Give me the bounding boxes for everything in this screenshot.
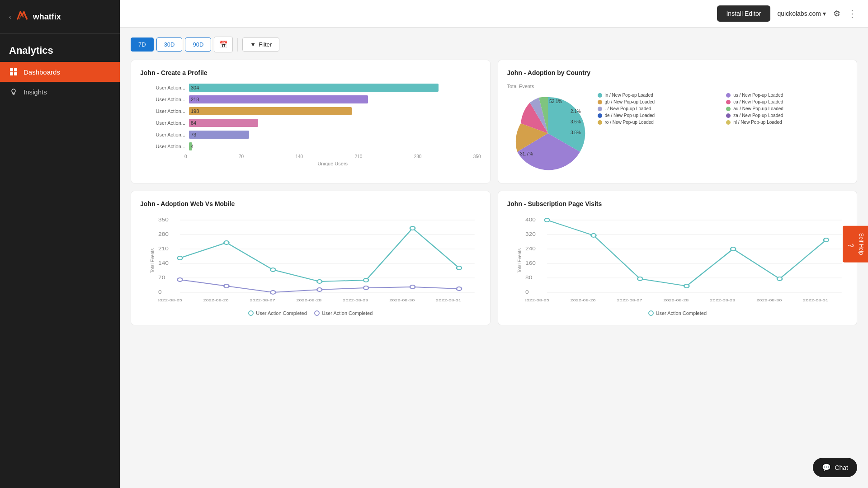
svg-text:2022-08-28: 2022-08-28 — [296, 298, 321, 302]
legend-text: us / New Pop-up Loaded — [733, 93, 783, 98]
svg-point-50 — [591, 234, 596, 237]
total-events-label: Total Events — [507, 84, 589, 89]
chat-button[interactable]: 💬 Chat — [813, 458, 857, 477]
chart-legend-2: User Action Completed — [507, 310, 848, 316]
svg-text:2022-08-25: 2022-08-25 — [525, 298, 549, 302]
pie-chart: 52.1% 31.7% 2.1% 3.6% 3.8% — [507, 93, 589, 174]
bar-value: 304 — [191, 85, 199, 90]
svg-point-24 — [224, 284, 229, 288]
bar: 73 — [189, 131, 249, 139]
pie-legend-item: au / New Pop-up Loaded — [726, 106, 848, 111]
logo: whatfix — [16, 9, 61, 24]
axis-label: 0 — [184, 154, 187, 159]
pie-legend: in / New Pop-up Loadedus / New Pop-up Lo… — [598, 93, 848, 125]
svg-text:2022-08-30: 2022-08-30 — [756, 298, 782, 302]
svg-text:2022-08-31: 2022-08-31 — [803, 298, 828, 302]
bar-label: User Action... — [145, 97, 185, 102]
legend-text: nl / New Pop-up Loaded — [733, 120, 782, 125]
settings-icon[interactable]: ⚙ — [833, 9, 840, 19]
svg-text:2022-08-26: 2022-08-26 — [570, 298, 595, 302]
topbar: Install Editor quickolabs.com ▾ ⚙ ⋮ — [120, 0, 868, 28]
legend-dot — [726, 120, 731, 125]
legend-dot — [726, 100, 731, 104]
legend-dot — [248, 310, 254, 316]
more-options-icon[interactable]: ⋮ — [848, 8, 857, 19]
svg-text:240: 240 — [525, 246, 536, 252]
pie-pct-38: 3.8% — [571, 130, 581, 135]
legend-label: User Action Completed — [256, 310, 307, 316]
pie-legend-item: in / New Pop-up Loaded — [598, 93, 719, 98]
filter-90d-button[interactable]: 90D — [185, 38, 211, 52]
svg-point-51 — [637, 277, 642, 281]
bar-row: User Action...218 — [145, 95, 476, 103]
filter-30d-button[interactable]: 30D — [156, 38, 183, 52]
filter-button[interactable]: ▼ Filter — [242, 38, 279, 52]
svg-text:70: 70 — [158, 275, 165, 281]
sidebar-item-insights[interactable]: Insights — [0, 82, 120, 102]
legend-text: za / New Pop-up Loaded — [733, 113, 783, 118]
svg-text:2022-08-31: 2022-08-31 — [436, 298, 461, 302]
svg-rect-1 — [14, 68, 17, 71]
svg-text:400: 400 — [525, 217, 536, 223]
pie-pct-317: 31.7% — [520, 151, 533, 156]
back-button[interactable]: ‹ — [9, 13, 11, 20]
card-title: John - Adoption by Country — [507, 69, 848, 76]
svg-point-25 — [270, 291, 275, 294]
legend-dot — [598, 100, 602, 104]
bar-label: User Action... — [145, 144, 185, 149]
bar: 304 — [189, 84, 439, 92]
sidebar-item-dashboards[interactable]: Dashboards — [0, 62, 120, 82]
calendar-button[interactable]: 📅 — [214, 37, 233, 52]
bar-value: 4 — [191, 144, 193, 149]
pie-pct-36: 3.6% — [571, 119, 581, 124]
bar-axis-title: Unique Users — [140, 161, 481, 166]
svg-text:320: 320 — [525, 232, 536, 237]
sidebar: ‹ whatfix Analytics Dashboards — [0, 0, 120, 488]
svg-point-17 — [224, 241, 229, 244]
pie-pct-21: 2.1% — [571, 109, 581, 114]
bar-row: User Action...84 — [145, 119, 476, 127]
bar-row: User Action...4 — [145, 142, 476, 150]
svg-point-20 — [363, 278, 368, 282]
bar: 4 — [189, 142, 192, 150]
card-adoption-web-mobile: John - Adoption Web Vs Mobile Total Even… — [131, 191, 491, 325]
bar-value: 73 — [191, 132, 196, 137]
svg-text:2022-08-26: 2022-08-26 — [203, 298, 229, 302]
legend-text: au / New Pop-up Loaded — [733, 106, 783, 111]
main-area: Install Editor quickolabs.com ▾ ⚙ ⋮ 7D 3… — [120, 0, 868, 488]
svg-point-49 — [544, 218, 549, 222]
card-create-profile: John - Create a Profile User Action...30… — [131, 60, 491, 183]
bar-label: User Action... — [145, 132, 185, 137]
install-editor-button[interactable]: Install Editor — [717, 5, 770, 22]
svg-text:2022-08-27: 2022-08-27 — [617, 298, 642, 302]
svg-text:80: 80 — [525, 275, 533, 281]
legend-dot — [598, 120, 602, 125]
pie-legend-item: nl / New Pop-up Loaded — [726, 120, 848, 125]
svg-point-52 — [684, 284, 689, 288]
domain-selector[interactable]: quickolabs.com ▾ — [778, 10, 826, 17]
svg-point-19 — [317, 280, 322, 283]
legend-dot — [648, 310, 654, 316]
pie-legend-item: ca / New Pop-up Loaded — [726, 99, 848, 104]
svg-point-23 — [178, 278, 183, 282]
bar: 198 — [189, 107, 352, 115]
sidebar-item-label: Dashboards — [24, 68, 60, 76]
pie-legend-item: ro / New Pop-up Loaded — [598, 120, 719, 125]
svg-text:2022-08-25: 2022-08-25 — [158, 298, 182, 302]
card-subscription-visits: John - Subscription Page Visits Total Ev… — [498, 191, 858, 325]
bar-container: 218 — [189, 95, 476, 103]
bar-container: 84 — [189, 119, 476, 127]
section-title: Analytics — [0, 34, 120, 62]
axis-label: 280 — [414, 154, 422, 159]
bar-chart: User Action...304User Action...218User A… — [140, 84, 481, 150]
svg-point-18 — [270, 268, 275, 272]
card-title: John - Subscription Page Visits — [507, 200, 848, 207]
svg-text:0: 0 — [158, 290, 162, 295]
legend-item-subscription: User Action Completed — [648, 310, 707, 316]
pie-legend-item: us / New Pop-up Loaded — [726, 93, 848, 98]
logo-icon — [16, 9, 30, 24]
self-help-button[interactable]: Self Help ? — [843, 226, 868, 263]
chat-icon: 💬 — [822, 463, 831, 472]
filter-7d-button[interactable]: 7D — [131, 38, 154, 52]
bar-container: 198 — [189, 107, 476, 115]
